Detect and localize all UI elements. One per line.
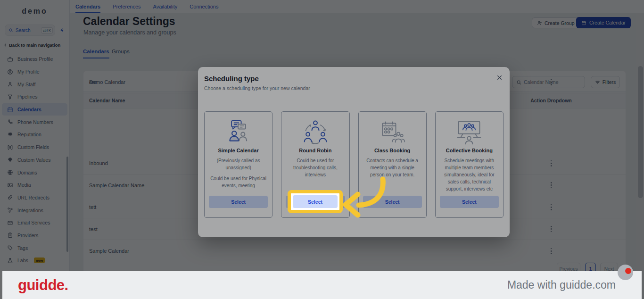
round-robin-select-highlight: Select xyxy=(288,190,343,213)
notification-badge xyxy=(625,268,631,274)
made-with-guidde-text: Made with guidde.com xyxy=(507,279,616,291)
guidde-logo: guidde. xyxy=(18,277,68,294)
pointer-arrow xyxy=(337,175,387,223)
guidde-footer-bar: guidde. Made with guidde.com xyxy=(2,271,642,299)
guidde-dim-overlay xyxy=(0,0,644,299)
select-round-robin-button-highlighted[interactable]: Select xyxy=(293,195,338,208)
screenshot-stage: demo Search ctrl K Back to main navigati… xyxy=(0,0,644,299)
